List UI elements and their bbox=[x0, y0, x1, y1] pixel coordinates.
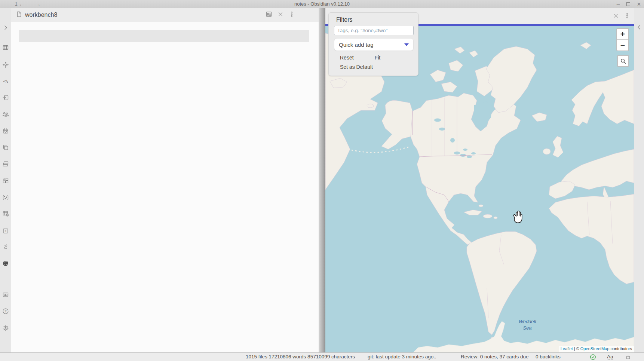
globe-icon[interactable] bbox=[2, 260, 9, 267]
pan-arrows-icon[interactable] bbox=[2, 61, 9, 68]
pane-divider[interactable] bbox=[319, 8, 325, 352]
right-sidebar-gutter bbox=[634, 8, 644, 352]
file-stats: 1015 files 17210806 words 85710099 chara… bbox=[246, 354, 355, 360]
review-status[interactable]: Review: 0 notes, 37 cards due bbox=[461, 354, 529, 360]
more-options-icon[interactable] bbox=[289, 11, 295, 19]
maximize-button[interactable] bbox=[626, 2, 630, 6]
map-zoom-control: + − bbox=[616, 28, 629, 51]
openstreetmap-link[interactable]: OpenStreetMap bbox=[580, 346, 610, 351]
dice-icon[interactable] bbox=[2, 194, 9, 201]
close-icon[interactable] bbox=[277, 11, 283, 19]
search-icon bbox=[620, 58, 626, 64]
note-editor[interactable] bbox=[11, 22, 319, 352]
close-icon[interactable] bbox=[613, 13, 619, 20]
minimize-button[interactable]: – bbox=[617, 2, 620, 6]
blocks-icon[interactable] bbox=[2, 177, 9, 184]
git-check-icon bbox=[590, 354, 596, 361]
titlebar: 1 ← → notes - Obsidian v0.12.10 – ✕ bbox=[0, 0, 644, 8]
map-attribution: Leaflet | © OpenStreetMap contributors bbox=[559, 346, 634, 352]
map-search-button[interactable] bbox=[617, 55, 629, 67]
map-pane-actions bbox=[613, 10, 630, 23]
quick-add-tag-label: Quick add tag bbox=[339, 42, 374, 48]
zoom-in-button[interactable]: + bbox=[617, 29, 628, 40]
leaflet-link[interactable]: Leaflet bbox=[561, 346, 573, 351]
calendar-check-icon[interactable] bbox=[2, 127, 9, 135]
set-as-default-button[interactable]: Set as Default bbox=[340, 64, 413, 70]
filters-title: Filters bbox=[336, 16, 413, 23]
empty-block-placeholder[interactable] bbox=[19, 30, 309, 42]
table-gear-icon[interactable] bbox=[2, 210, 9, 217]
reset-button[interactable]: Reset bbox=[340, 55, 354, 61]
document-icon bbox=[16, 11, 22, 19]
settings-gear-icon[interactable] bbox=[2, 324, 9, 332]
daily-note-icon[interactable]: 1 bbox=[2, 227, 9, 235]
graph-icon[interactable] bbox=[2, 111, 9, 118]
tags-filter-input[interactable] bbox=[334, 26, 414, 35]
backlinks-count[interactable]: 0 backlinks bbox=[536, 354, 561, 360]
left-pane-actions bbox=[266, 8, 295, 22]
status-mini-icon[interactable] bbox=[626, 355, 630, 361]
help-icon[interactable]: ? bbox=[2, 308, 9, 315]
workspace: <% 1 bbox=[0, 8, 644, 352]
left-pane-title: workbench8 bbox=[25, 12, 57, 18]
git-status: git: last update 3 minutes ago.. bbox=[368, 354, 436, 360]
left-pane-tab[interactable]: workbench8 bbox=[16, 11, 57, 19]
svg-text:1: 1 bbox=[5, 230, 6, 233]
table-icon[interactable] bbox=[2, 44, 9, 51]
status-bar: 1015 files 17210806 words 85710099 chara… bbox=[0, 352, 644, 361]
zoom-out-button[interactable]: − bbox=[617, 40, 628, 51]
chevron-down-icon bbox=[404, 43, 409, 46]
quick-add-tag-dropdown[interactable]: Quick add tag bbox=[334, 38, 414, 51]
sea-label: Weddell Sea bbox=[510, 318, 544, 331]
font-toggle-button[interactable]: Aa bbox=[607, 354, 613, 360]
chevron-left-icon[interactable] bbox=[636, 24, 643, 32]
left-ribbon: <% 1 bbox=[0, 8, 11, 352]
window-controls: – ✕ bbox=[617, 0, 641, 8]
filters-panel: Filters Quick add tag Reset Fit Set as D… bbox=[328, 12, 418, 76]
close-window-button[interactable]: ✕ bbox=[637, 1, 641, 7]
chevron-right-icon[interactable] bbox=[2, 24, 9, 31]
left-pane: workbench8 bbox=[11, 8, 319, 352]
fit-button[interactable]: Fit bbox=[375, 55, 381, 61]
svg-text:?: ? bbox=[4, 309, 6, 313]
reading-mode-icon[interactable] bbox=[266, 11, 272, 19]
framed-image-icon[interactable] bbox=[2, 291, 9, 299]
more-options-icon[interactable] bbox=[624, 12, 630, 21]
copy-pages-icon[interactable] bbox=[2, 144, 9, 151]
templater-icon[interactable]: <% bbox=[2, 77, 9, 85]
window-title: notes - Obsidian v0.12.10 bbox=[0, 1, 644, 7]
left-pane-header: workbench8 bbox=[11, 8, 319, 22]
obsidian-window: 1 ← → notes - Obsidian v0.12.10 – ✕ <% bbox=[0, 0, 644, 361]
grab-hand-cursor bbox=[512, 210, 524, 226]
squiggle-icon[interactable] bbox=[2, 243, 9, 251]
book-arrow-icon[interactable] bbox=[2, 94, 9, 101]
map-pane: + − Weddell Sea Leaflet | © OpenStree bbox=[325, 8, 634, 352]
cards-stack-icon[interactable] bbox=[2, 160, 9, 168]
